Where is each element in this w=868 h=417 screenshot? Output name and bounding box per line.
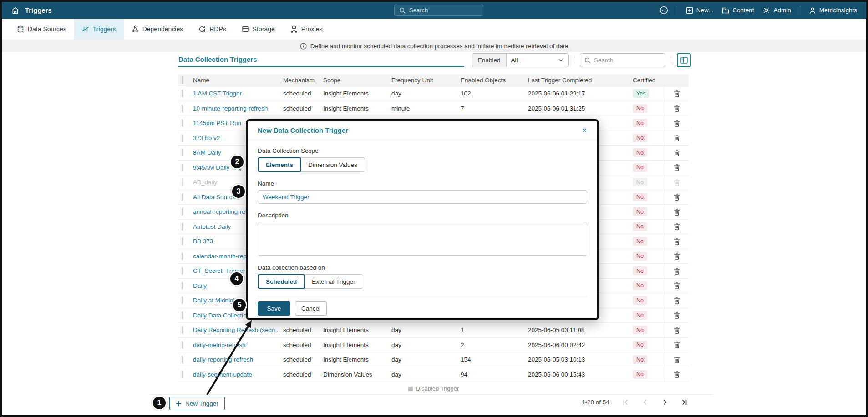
col-header-scope[interactable]: Scope	[323, 77, 391, 84]
col-header-certified[interactable]: Certified	[629, 77, 665, 84]
enabled-filter-dropdown[interactable]: All	[507, 54, 568, 67]
trigger-name-link[interactable]: Daily Reporting Refresh (seco...	[193, 327, 283, 333]
trigger-name-link[interactable]: 1 AM CST Trigger	[193, 90, 283, 97]
row-checkbox[interactable]	[182, 371, 183, 378]
user-menu-item[interactable]: MetricInsights	[809, 7, 857, 14]
col-header-last-trigger-completed[interactable]: Last Trigger Completed	[528, 77, 629, 84]
next-page-button[interactable]	[661, 399, 668, 406]
trigger-name-input[interactable]	[258, 190, 587, 204]
description-textarea[interactable]	[258, 222, 587, 256]
delete-trigger-button[interactable]	[665, 190, 689, 205]
delete-trigger-button[interactable]	[665, 264, 689, 278]
delete-trigger-button[interactable]	[665, 146, 689, 160]
first-page-button[interactable]	[622, 399, 629, 406]
row-checkbox[interactable]	[182, 237, 183, 245]
based-on-option-external-trigger[interactable]: External Trigger	[305, 275, 362, 288]
table-search-input[interactable]: Search	[580, 53, 665, 67]
certified-badge: No	[633, 296, 647, 305]
delete-trigger-button[interactable]	[665, 279, 689, 293]
modal-title: New Data Collection Trigger	[258, 126, 348, 134]
delete-trigger-button[interactable]	[665, 116, 689, 131]
delete-trigger-button[interactable]	[665, 205, 689, 219]
discover-icon[interactable]	[660, 6, 668, 15]
trigger-name-link[interactable]: daily-metric-refresh	[193, 342, 283, 348]
enabled-objects-cell: 1	[461, 327, 528, 333]
row-checkbox[interactable]	[182, 90, 183, 97]
delete-trigger-button[interactable]	[665, 161, 689, 175]
col-header-name[interactable]: Name	[193, 77, 283, 84]
tab-data-sources[interactable]: Data Sources	[9, 19, 74, 40]
col-header-mechanism[interactable]: Mechanism	[283, 77, 323, 84]
cancel-button[interactable]: Cancel	[295, 301, 327, 316]
delete-trigger-button[interactable]	[665, 308, 689, 323]
row-checkbox[interactable]	[182, 326, 183, 334]
content-menu-item[interactable]: Content	[722, 7, 754, 14]
last-trigger-completed-cell: 2025-06-05 03:10:13	[528, 356, 629, 363]
delete-trigger-button[interactable]	[665, 367, 689, 382]
tab-dependencies[interactable]: Dependencies	[124, 19, 191, 40]
search-icon	[584, 57, 591, 64]
row-checkbox[interactable]	[182, 119, 183, 127]
last-page-button[interactable]	[681, 399, 688, 406]
row-checkbox[interactable]	[182, 193, 183, 201]
row-checkbox[interactable]	[182, 164, 183, 171]
row-checkbox[interactable]	[182, 223, 183, 231]
columns-icon	[680, 57, 688, 64]
delete-trigger-button[interactable]	[665, 86, 689, 101]
page-title: Triggers	[25, 7, 52, 14]
home-icon[interactable]	[11, 6, 20, 15]
scope-option-dimension-values[interactable]: Dimension Values	[301, 158, 365, 171]
trigger-name-link[interactable]: daily-segment-update	[193, 371, 283, 378]
certified-badge: No	[633, 119, 647, 127]
row-checkbox[interactable]	[182, 296, 183, 304]
prev-page-button[interactable]	[642, 399, 649, 406]
admin-menu-item[interactable]: Admin	[762, 6, 791, 14]
delete-trigger-button[interactable]	[665, 352, 689, 367]
delete-trigger-button[interactable]	[665, 323, 689, 337]
col-header-frequency-unit[interactable]: Frequency Unit	[391, 77, 461, 84]
delete-trigger-button[interactable]	[665, 293, 689, 308]
delete-trigger-button[interactable]	[665, 249, 689, 264]
tab-triggers[interactable]: Triggers	[74, 19, 124, 40]
certified-badge: No	[633, 281, 647, 290]
col-header-enabled-objects[interactable]: Enabled Objects	[461, 77, 528, 84]
module-tab-bar: Data Sources Triggers Dependencies RDPs	[2, 19, 866, 40]
table-row: daily-metric-refresh scheduled Insight E…	[178, 338, 689, 353]
new-menu-item[interactable]: New...	[686, 7, 714, 14]
table-row: daily-reporting-refresh scheduled Insigh…	[178, 352, 689, 367]
scope-label: Data Collection Scope	[258, 147, 587, 154]
row-checkbox[interactable]	[182, 208, 183, 216]
delete-trigger-button[interactable]	[665, 220, 689, 234]
tab-storage[interactable]: Storage	[234, 19, 283, 40]
close-icon[interactable]: ✕	[581, 126, 587, 135]
column-settings-button[interactable]	[677, 53, 691, 67]
select-all-checkbox[interactable]	[182, 76, 183, 84]
based-on-option-scheduled[interactable]: Scheduled	[258, 274, 305, 289]
save-button[interactable]: Save	[258, 301, 290, 316]
row-checkbox[interactable]	[182, 134, 183, 142]
row-checkbox[interactable]	[182, 356, 183, 363]
scope-option-elements[interactable]: Elements	[258, 157, 301, 172]
global-search-input[interactable]: Search	[394, 5, 483, 16]
row-checkbox[interactable]	[182, 149, 183, 156]
row-checkbox[interactable]	[182, 105, 183, 112]
trigger-name-link[interactable]: 10-minute-reporting-refresh	[193, 105, 283, 112]
row-checkbox[interactable]	[182, 311, 183, 319]
trash-icon	[674, 282, 680, 289]
last-trigger-completed-cell: 2025-06-06 00:02:42	[528, 342, 629, 348]
tab-proxies[interactable]: Proxies	[283, 19, 330, 40]
delete-trigger-button[interactable]	[665, 131, 689, 146]
new-trigger-button[interactable]: New Trigger	[169, 397, 225, 410]
delete-trigger-button[interactable]	[665, 175, 689, 190]
row-checkbox[interactable]	[182, 282, 183, 290]
trigger-name-link[interactable]: daily-reporting-refresh	[193, 356, 283, 363]
row-checkbox[interactable]	[182, 267, 183, 275]
row-checkbox[interactable]	[182, 178, 183, 186]
row-checkbox[interactable]	[182, 341, 183, 349]
row-checkbox[interactable]	[182, 252, 183, 260]
certified-badge: No	[633, 222, 647, 231]
tab-rdps[interactable]: RDPs	[191, 19, 234, 40]
delete-trigger-button[interactable]	[665, 234, 689, 249]
delete-trigger-button[interactable]	[665, 101, 689, 116]
delete-trigger-button[interactable]	[665, 338, 689, 352]
